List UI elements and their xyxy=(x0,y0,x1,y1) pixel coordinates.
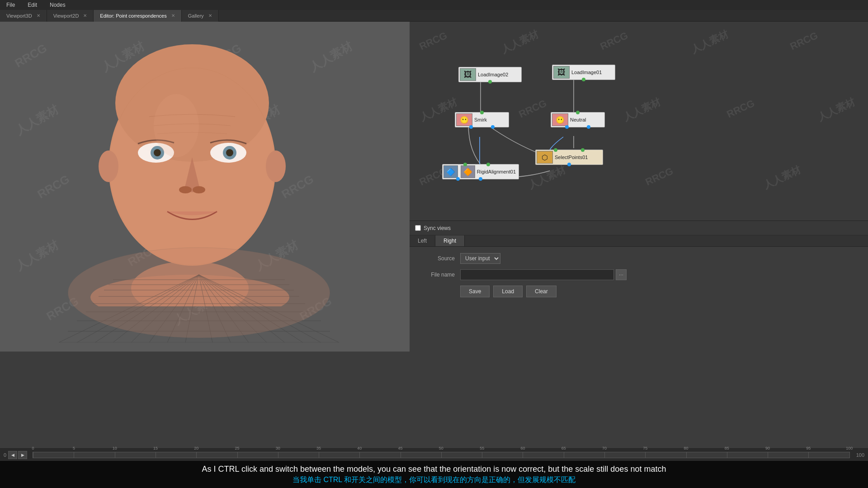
wm-node-4: 人人素材 xyxy=(689,28,731,56)
tick-55: 55 xyxy=(482,452,482,458)
file-input-wrapper: ⋯ xyxy=(460,269,627,280)
right-panel: Sync views Left Right Source User input … xyxy=(410,221,868,352)
node-neutral-output-2[interactable] xyxy=(587,125,590,129)
tick-25: 25 xyxy=(237,452,238,458)
node-selectpoints01-input-2[interactable] xyxy=(581,148,585,152)
tick-40: 40 xyxy=(359,452,360,458)
node-rigidalignment01-input-2[interactable] xyxy=(486,163,490,166)
wm-node-14: 人人素材 xyxy=(761,163,803,192)
node-loadimage02-label: LoadImage02 xyxy=(478,72,508,77)
file-browse-button[interactable]: ⋯ xyxy=(616,269,627,280)
tick-20: 20 xyxy=(196,452,197,458)
node-smirk-output-1[interactable] xyxy=(469,125,473,129)
node-neutral-label: Neutral xyxy=(570,117,586,122)
viewport-3d: RRCG 人人素材 RRCG 人人素材 人人素材 RRCG 人人素材 RRCG … xyxy=(0,22,410,352)
wm-node-7: RRCG xyxy=(517,98,549,121)
tab-bar: Viewport3D ✕ Viewport2D ✕ Editor: Point … xyxy=(0,10,868,22)
tick-70: 70 xyxy=(604,452,605,458)
wm-node-10: 人人素材 xyxy=(816,95,857,124)
tab-right[interactable]: Right xyxy=(435,235,465,246)
tab-point-correspondences[interactable]: Editor: Point correspondences ✕ xyxy=(94,10,181,22)
tick-95: 95 xyxy=(808,452,809,458)
load-button[interactable]: Load xyxy=(493,286,523,297)
svg-point-12 xyxy=(193,186,205,193)
filename-label: File name xyxy=(419,272,455,278)
tick-5: 5 xyxy=(74,452,74,458)
grid-floor xyxy=(23,234,375,343)
tab-close-viewport3d[interactable]: ✕ xyxy=(37,13,40,18)
node-smirk-input[interactable] xyxy=(480,111,484,114)
node-loadimage02-output[interactable] xyxy=(488,80,492,84)
subtitle-chinese: 当我单击 CTRL 和开关之间的模型，你可以看到现在的方向是正确的，但发展规模不… xyxy=(292,475,576,485)
tab-viewport3d[interactable]: Viewport3D ✕ xyxy=(0,10,47,22)
form-area: Source User input File name ⋯ Save Load … xyxy=(410,247,868,309)
node-selectpoints01-output[interactable] xyxy=(567,163,571,166)
tab-gallery[interactable]: Gallery ✕ xyxy=(182,10,219,22)
sync-views-label: Sync views xyxy=(424,225,451,231)
tick-35: 35 xyxy=(319,452,319,458)
timeline-prev-btn[interactable]: ◀ xyxy=(8,451,17,459)
node-loadimage01-label: LoadImage01 xyxy=(571,70,602,75)
subtitle-english: As I CTRL click and switch between the m… xyxy=(202,464,666,475)
node-rigidalignment01-output[interactable] xyxy=(479,177,482,181)
node-rigidalignment01-label: RigidAlignment01 xyxy=(477,169,516,174)
node-loadimage02[interactable]: 🖼 LoadImage02 xyxy=(458,67,522,82)
wm-node-3: RRCG xyxy=(599,30,630,53)
node-smirk-output-2[interactable] xyxy=(491,125,495,129)
timeline-track[interactable]: 0 5 10 15 20 25 30 35 40 45 50 55 60 65 … xyxy=(33,452,850,458)
filename-row: File name ⋯ xyxy=(419,269,859,280)
wm-node-9: RRCG xyxy=(725,98,757,121)
wm-node-12: 人人素材 xyxy=(526,163,568,192)
menu-nodes[interactable]: Nodes xyxy=(47,1,68,9)
save-button[interactable]: Save xyxy=(460,286,490,297)
menu-edit[interactable]: Edit xyxy=(25,1,40,9)
node-rigidalignment01[interactable]: 🔷 🔶 RigidAlignment01 xyxy=(442,164,519,179)
menu-bar: File Edit Nodes xyxy=(0,0,868,10)
svg-point-13 xyxy=(99,150,118,182)
source-row: Source User input xyxy=(419,253,859,264)
timeline-bar: 0 ◀ ▶ 0 5 10 15 20 25 30 35 40 45 50 55 … xyxy=(0,448,868,461)
lr-tabs: Left Right xyxy=(410,235,868,247)
timeline-play-btn[interactable]: ▶ xyxy=(18,451,27,459)
node-rigidalignment01-input-1[interactable] xyxy=(463,163,467,166)
wm-rrcg-1: RRCG xyxy=(12,41,49,70)
tick-30: 30 xyxy=(278,452,278,458)
sync-views-checkbox[interactable] xyxy=(415,225,421,231)
node-rigidalignment01-thumb2: 🔶 xyxy=(461,165,475,178)
node-loadimage01-thumb: 🖼 xyxy=(553,66,570,79)
wm-node-5: RRCG xyxy=(788,30,820,53)
node-rigidalignment01-output-2[interactable] xyxy=(456,177,460,181)
tab-left[interactable]: Left xyxy=(410,235,435,246)
wm-node-2: 人人素材 xyxy=(499,28,541,56)
filename-input[interactable] xyxy=(460,269,614,280)
node-smirk[interactable]: 😶 Smirk xyxy=(455,112,509,127)
node-smirk-thumb: 😶 xyxy=(456,113,472,126)
tab-close-viewport2d[interactable]: ✕ xyxy=(83,13,87,18)
menu-file[interactable]: File xyxy=(4,1,18,9)
node-neutral-input[interactable] xyxy=(576,111,580,114)
tab-viewport2d[interactable]: Viewport2D ✕ xyxy=(47,10,94,22)
node-selectpoints01-input-1[interactable] xyxy=(554,148,557,152)
node-neutral-output-1[interactable] xyxy=(565,125,569,129)
tab-close-gallery[interactable]: ✕ xyxy=(208,13,212,18)
buttons-row: Save Load Clear xyxy=(460,286,859,297)
tick-65: 65 xyxy=(564,452,564,458)
node-neutral[interactable]: 😶 Neutral xyxy=(551,112,605,127)
node-loadimage01[interactable]: 🖼 LoadImage01 xyxy=(552,65,615,80)
node-loadimage01-output[interactable] xyxy=(582,78,585,81)
sync-bar: Sync views xyxy=(410,221,868,235)
node-selectpoints01[interactable]: ⬡ SelectPoints01 xyxy=(535,150,603,165)
tick-85: 85 xyxy=(727,452,727,458)
svg-point-14 xyxy=(266,150,286,182)
tick-0: 0 xyxy=(33,452,33,458)
subtitle-bar: As I CTRL click and switch between the m… xyxy=(0,461,868,488)
tab-close-point-correspondences[interactable]: ✕ xyxy=(171,13,175,18)
source-select[interactable]: User input xyxy=(460,253,500,264)
tick-45: 45 xyxy=(401,452,401,458)
tick-15: 15 xyxy=(156,452,156,458)
wm-node-6: 人人素材 xyxy=(418,95,459,124)
tick-50: 50 xyxy=(441,452,442,458)
node-rigidalignment01-thumb: 🔷 xyxy=(443,165,458,178)
svg-point-9 xyxy=(154,149,161,156)
clear-button[interactable]: Clear xyxy=(526,286,557,297)
